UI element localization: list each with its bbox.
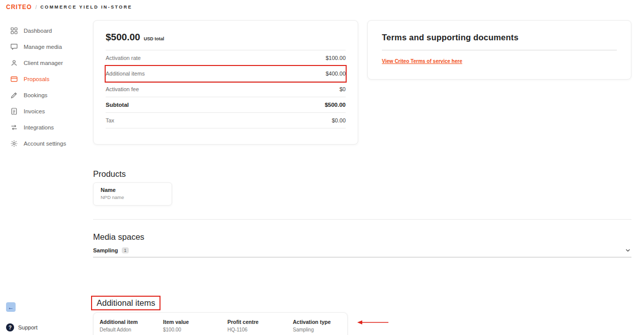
- table-cell: Sampling: [293, 327, 353, 332]
- products-section-title: Products: [93, 169, 126, 179]
- section-divider: [93, 219, 631, 220]
- row-label: Activation fee: [106, 86, 139, 92]
- row-label: Additional items: [106, 71, 145, 77]
- support-button[interactable]: ? Support: [6, 323, 38, 331]
- sidebar-item-label: Proposals: [24, 76, 49, 82]
- terms-divider: [382, 50, 617, 50]
- table-header-row: Additional item Item value Profit centre…: [100, 319, 347, 325]
- app-name: COMMERCE YIELD IN-STORE: [40, 5, 132, 10]
- product-card[interactable]: Name NPD name: [93, 182, 172, 206]
- product-name: Name: [101, 187, 165, 193]
- row-value: $500.00: [325, 102, 346, 108]
- sidebar-item-bookings[interactable]: Bookings: [0, 87, 80, 103]
- product-subtitle: NPD name: [101, 194, 165, 200]
- summary-row-activation-rate: Activation rate $100.00: [106, 50, 346, 66]
- terms-of-service-link[interactable]: View Criteo Terms of service here: [382, 58, 462, 64]
- support-label: Support: [18, 324, 38, 330]
- dashboard-icon: [10, 27, 18, 35]
- sidebar-item-client-manager[interactable]: Client manager: [0, 55, 80, 71]
- gear-icon: [10, 140, 18, 148]
- sidebar-item-integrations[interactable]: Integrations: [0, 119, 80, 136]
- total-unit: USD total: [144, 36, 165, 41]
- sidebar: Dashboard Manage media Client manager: [0, 14, 80, 335]
- price-summary-card: $500.00 USD total Activation rate $100.0…: [93, 20, 358, 145]
- sidebar-item-invoices[interactable]: Invoices: [0, 103, 80, 119]
- column-header: Profit centre: [227, 319, 293, 325]
- person-icon: [10, 59, 18, 67]
- row-label: Activation rate: [106, 55, 141, 61]
- row-value: $0: [340, 86, 346, 92]
- sidebar-item-label: Bookings: [24, 92, 47, 98]
- additional-items-table: Additional item Item value Profit centre…: [93, 312, 348, 335]
- summary-row-subtotal: Subtotal $500.00: [106, 97, 346, 113]
- row-value: $400.00: [326, 71, 346, 77]
- criteo-logo: CRITEO: [6, 4, 32, 11]
- total-amount: $500.00: [106, 32, 140, 43]
- summary-row-activation-fee: Activation fee $0: [106, 82, 346, 97]
- sidebar-item-label: Invoices: [24, 108, 45, 114]
- collapse-sidebar-button[interactable]: ←: [6, 302, 16, 312]
- table-cell: $100.00: [163, 327, 227, 332]
- row-value: $100.00: [326, 55, 346, 61]
- sidebar-item-manage-media[interactable]: Manage media: [0, 39, 80, 55]
- sidebar-item-proposals[interactable]: Proposals: [0, 71, 80, 87]
- table-row: Default Addon $100.00 HQ-1106 Sampling: [100, 325, 347, 332]
- main-content: $500.00 USD total Activation rate $100.0…: [80, 14, 644, 335]
- additional-items-section-title: Additional items: [97, 298, 155, 307]
- back-arrow-icon: ←: [8, 304, 14, 311]
- swap-arrows-icon: [10, 123, 18, 131]
- column-header: Activation type: [293, 319, 353, 325]
- chevron-down-icon[interactable]: [624, 247, 631, 254]
- speech-bubble-icon: [10, 43, 18, 51]
- row-label: Tax: [106, 117, 114, 123]
- summary-row-tax: Tax $0.00: [106, 113, 346, 128]
- media-group-label: Sampling: [93, 247, 118, 253]
- sidebar-item-dashboard[interactable]: Dashboard: [0, 23, 80, 39]
- sidebar-item-label: Account settings: [24, 141, 66, 147]
- row-label: Subtotal: [106, 102, 129, 108]
- media-count-badge: 1: [122, 247, 129, 253]
- table-cell: HQ-1106: [227, 327, 293, 332]
- table-cell: Default Addon: [100, 327, 163, 332]
- media-spaces-section-title: Media spaces: [93, 232, 144, 242]
- help-icon: ?: [6, 323, 14, 331]
- row-value: $0.00: [332, 117, 346, 123]
- annotation-box-additional-items: Additional items: [91, 296, 160, 310]
- summary-row-additional-items-annotated: Additional items $400.00: [106, 66, 346, 82]
- logo-separator: /: [35, 5, 37, 10]
- summary-total-row: $500.00 USD total: [106, 32, 346, 50]
- column-header: Item value: [163, 319, 227, 325]
- pen-icon: [10, 91, 18, 99]
- sidebar-item-label: Manage media: [24, 44, 62, 50]
- document-icon: [10, 107, 18, 115]
- proposals-icon: [10, 75, 18, 83]
- annotation-arrow: [357, 319, 388, 325]
- sidebar-item-label: Client manager: [24, 60, 63, 66]
- terms-title: Terms and supporting documents: [382, 33, 617, 42]
- column-header: Additional item: [100, 319, 163, 325]
- sidebar-nav: Dashboard Manage media Client manager: [0, 14, 80, 152]
- sidebar-item-label: Dashboard: [24, 28, 52, 34]
- topbar: CRITEO / COMMERCE YIELD IN-STORE: [0, 0, 644, 14]
- sidebar-item-account-settings[interactable]: Account settings: [0, 136, 80, 152]
- media-spaces-accordion[interactable]: Sampling 1: [93, 244, 631, 257]
- terms-card: Terms and supporting documents View Crit…: [367, 20, 631, 80]
- sidebar-item-label: Integrations: [24, 124, 54, 130]
